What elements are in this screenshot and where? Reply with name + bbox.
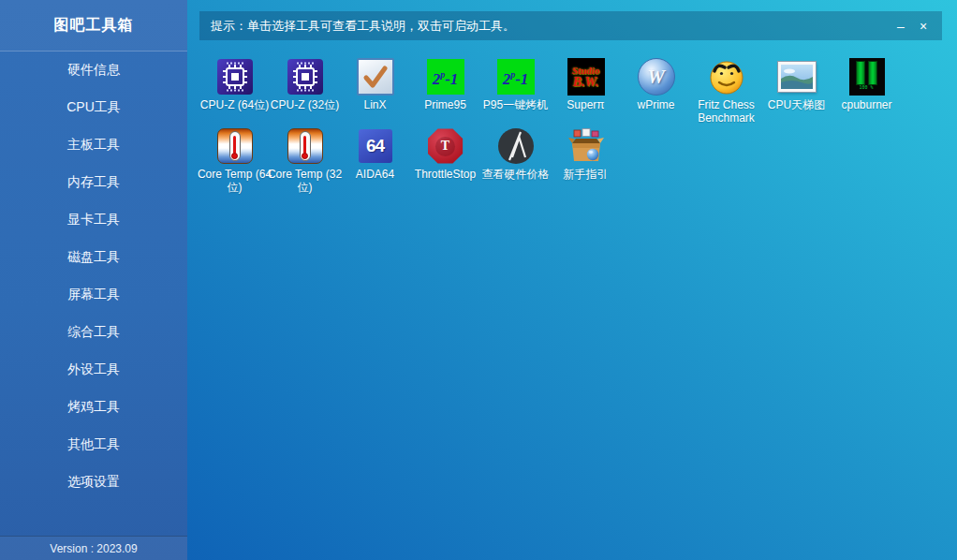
app-window: 图吧工具箱 硬件信息CPU工具主板工具内存工具显卡工具磁盘工具屏幕工具综合工具外… [0,0,957,560]
tool-aida64[interactable]: 64AIDA64 [340,127,410,197]
tool-label: ThrottleStop [406,168,485,181]
tool-label: CPU-Z (64位) [196,98,274,111]
sidebar-item-motherboard-tools[interactable]: 主板工具 [0,126,187,164]
prime95-icon: 2p-1 [427,58,464,96]
tool-fritz-chess-benchmark[interactable]: Fritz Chess Benchmark [691,58,761,127]
tool-label: AIDA64 [336,168,415,181]
tool-p95-burn-in[interactable]: 2p-1P95一键烤机 [480,58,551,127]
tool-label: 查看硬件价格 [477,168,555,181]
sidebar-item-hardware-info[interactable]: 硬件信息 [0,52,187,89]
thermometer-icon [217,127,253,165]
tool-label: Core Temp (64位) [196,168,274,194]
version-label: Version : 2023.09 [0,536,187,560]
landscape-picture-icon [778,58,816,96]
sidebar-item-disk-tools[interactable]: 磁盘工具 [0,239,187,276]
tool-label: wPrime [617,98,696,111]
sidebar-item-cpu-tools[interactable]: CPU工具 [0,89,187,126]
tool-label: Fritz Chess Benchmark [687,98,766,125]
tool-prime95[interactable]: 2p-1Prime95 [410,58,480,127]
tip-text: 提示：单击选择工具可查看工具说明，双击可启动工具。 [211,18,515,35]
tool-label: Core Temp (32位) [266,168,345,194]
sidebar-item-burn-in-tools[interactable]: 烤鸡工具 [0,389,187,426]
stop-sign-icon: T [428,127,464,165]
thermometer-icon [287,127,323,165]
tool-grid: CPU-Z (64位) CPU-Z (32位) LinX2p-1Prime952… [199,58,906,197]
sidebar-item-comprehensive-tools[interactable]: 综合工具 [0,314,187,351]
tool-label: P95一键烤机 [477,98,555,111]
tip-bar[interactable]: 提示：单击选择工具可查看工具说明，双击可启动工具。 – × [199,11,942,40]
cpu-load-bars-icon: 100 % [849,58,885,96]
open-box-icon [567,127,605,165]
app-title: 图吧工具箱 [0,0,187,52]
tool-label: CPU-Z (32位) [266,98,345,111]
sidebar-item-memory-tools[interactable]: 内存工具 [0,164,187,201]
window-controls: – × [890,11,935,40]
close-button[interactable]: × [912,14,935,38]
sidebar: 图吧工具箱 硬件信息CPU工具主板工具内存工具显卡工具磁盘工具屏幕工具综合工具外… [0,0,187,560]
tool-throttlestop[interactable]: TThrottleStop [410,127,480,197]
tool-cpu-z-64[interactable]: CPU-Z (64位) [199,58,270,127]
smiley-face-icon [708,58,745,96]
sidebar-item-gpu-tools[interactable]: 显卡工具 [0,201,187,239]
cpu-chip-icon [217,58,253,96]
minimize-button[interactable]: – [890,14,912,38]
tool-cpuburner[interactable]: 100 %cpuburner [832,58,902,127]
tool-check-hardware-prices[interactable]: 查看硬件价格 [480,127,551,197]
tool-cpu-z-32[interactable]: CPU-Z (32位) [270,58,340,127]
wprime-sphere-icon: W [638,58,675,96]
tool-core-temp-32[interactable]: Core Temp (32位) [270,127,340,197]
tool-core-temp-64[interactable]: Core Temp (64位) [199,127,270,197]
tool-label: CPU天梯图 [758,98,836,111]
tool-linx[interactable]: LinX [340,58,410,127]
tool-label: LinX [336,98,415,111]
sidebar-item-options-settings[interactable]: 选项设置 [0,464,187,501]
superpi-studio-icon: StudioB.W. [567,58,605,96]
tool-label: Prime95 [406,98,485,111]
cpu-chip-icon [287,58,323,96]
tool-label: 新手指引 [547,168,626,181]
main-area: 提示：单击选择工具可查看工具说明，双击可启动工具。 – × CPU-Z (64位… [187,0,957,560]
tool-beginner-guide[interactable]: 新手指引 [551,127,621,197]
aida64-icon: 64 [359,127,392,165]
tool-super-pi[interactable]: StudioB.W.Superπ [551,58,621,127]
sidebar-menu: 硬件信息CPU工具主板工具内存工具显卡工具磁盘工具屏幕工具综合工具外设工具烤鸡工… [0,52,187,501]
sidebar-item-peripheral-tools[interactable]: 外设工具 [0,351,187,389]
checkmark-icon [357,58,394,96]
tool-wprime[interactable]: WwPrime [621,58,691,127]
sidebar-item-other-tools[interactable]: 其他工具 [0,426,187,464]
tool-label: cpuburner [828,98,906,111]
hardware-price-logo-icon [497,127,535,165]
tool-label: Superπ [547,98,626,111]
sidebar-item-screen-tools[interactable]: 屏幕工具 [0,276,187,314]
prime95-icon: 2p-1 [497,58,535,96]
tool-cpu-ladder-chart[interactable]: CPU天梯图 [761,58,832,127]
